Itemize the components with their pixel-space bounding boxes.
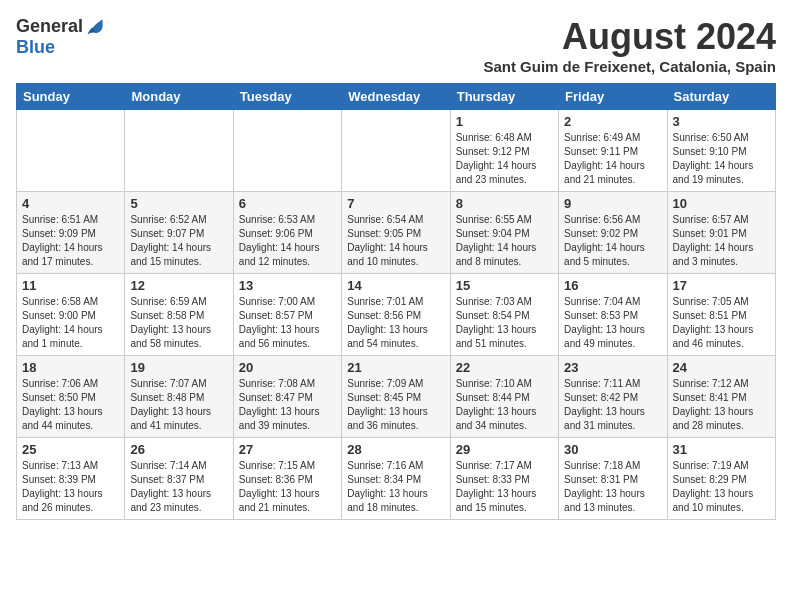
header: General Blue August 2024 Sant Guim de Fr… bbox=[16, 16, 776, 75]
day-number: 13 bbox=[239, 278, 336, 293]
header-saturday: Saturday bbox=[667, 84, 775, 110]
day-number: 24 bbox=[673, 360, 770, 375]
day-info: Sunrise: 7:04 AM Sunset: 8:53 PM Dayligh… bbox=[564, 295, 661, 351]
logo-bird-icon bbox=[85, 17, 105, 37]
day-info: Sunrise: 7:07 AM Sunset: 8:48 PM Dayligh… bbox=[130, 377, 227, 433]
day-number: 12 bbox=[130, 278, 227, 293]
day-info: Sunrise: 6:54 AM Sunset: 9:05 PM Dayligh… bbox=[347, 213, 444, 269]
table-cell: 29Sunrise: 7:17 AM Sunset: 8:33 PM Dayli… bbox=[450, 438, 558, 520]
table-cell: 21Sunrise: 7:09 AM Sunset: 8:45 PM Dayli… bbox=[342, 356, 450, 438]
title-section: August 2024 Sant Guim de Freixenet, Cata… bbox=[483, 16, 776, 75]
table-cell: 31Sunrise: 7:19 AM Sunset: 8:29 PM Dayli… bbox=[667, 438, 775, 520]
day-number: 10 bbox=[673, 196, 770, 211]
day-info: Sunrise: 7:03 AM Sunset: 8:54 PM Dayligh… bbox=[456, 295, 553, 351]
table-cell: 16Sunrise: 7:04 AM Sunset: 8:53 PM Dayli… bbox=[559, 274, 667, 356]
header-sunday: Sunday bbox=[17, 84, 125, 110]
calendar-week-1: 1Sunrise: 6:48 AM Sunset: 9:12 PM Daylig… bbox=[17, 110, 776, 192]
table-cell: 17Sunrise: 7:05 AM Sunset: 8:51 PM Dayli… bbox=[667, 274, 775, 356]
day-number: 14 bbox=[347, 278, 444, 293]
header-tuesday: Tuesday bbox=[233, 84, 341, 110]
logo-general-text: General bbox=[16, 16, 83, 37]
table-cell: 22Sunrise: 7:10 AM Sunset: 8:44 PM Dayli… bbox=[450, 356, 558, 438]
logo-blue-text: Blue bbox=[16, 37, 55, 58]
day-info: Sunrise: 7:12 AM Sunset: 8:41 PM Dayligh… bbox=[673, 377, 770, 433]
table-cell: 19Sunrise: 7:07 AM Sunset: 8:48 PM Dayli… bbox=[125, 356, 233, 438]
table-cell: 13Sunrise: 7:00 AM Sunset: 8:57 PM Dayli… bbox=[233, 274, 341, 356]
calendar-week-4: 18Sunrise: 7:06 AM Sunset: 8:50 PM Dayli… bbox=[17, 356, 776, 438]
day-info: Sunrise: 6:51 AM Sunset: 9:09 PM Dayligh… bbox=[22, 213, 119, 269]
calendar-week-3: 11Sunrise: 6:58 AM Sunset: 9:00 PM Dayli… bbox=[17, 274, 776, 356]
table-cell: 12Sunrise: 6:59 AM Sunset: 8:58 PM Dayli… bbox=[125, 274, 233, 356]
logo: General Blue bbox=[16, 16, 105, 58]
day-number: 15 bbox=[456, 278, 553, 293]
table-cell bbox=[125, 110, 233, 192]
day-info: Sunrise: 6:55 AM Sunset: 9:04 PM Dayligh… bbox=[456, 213, 553, 269]
day-info: Sunrise: 7:09 AM Sunset: 8:45 PM Dayligh… bbox=[347, 377, 444, 433]
day-info: Sunrise: 6:56 AM Sunset: 9:02 PM Dayligh… bbox=[564, 213, 661, 269]
day-info: Sunrise: 6:57 AM Sunset: 9:01 PM Dayligh… bbox=[673, 213, 770, 269]
day-info: Sunrise: 7:06 AM Sunset: 8:50 PM Dayligh… bbox=[22, 377, 119, 433]
header-thursday: Thursday bbox=[450, 84, 558, 110]
table-cell: 23Sunrise: 7:11 AM Sunset: 8:42 PM Dayli… bbox=[559, 356, 667, 438]
day-number: 28 bbox=[347, 442, 444, 457]
header-friday: Friday bbox=[559, 84, 667, 110]
calendar-week-2: 4Sunrise: 6:51 AM Sunset: 9:09 PM Daylig… bbox=[17, 192, 776, 274]
table-cell: 28Sunrise: 7:16 AM Sunset: 8:34 PM Dayli… bbox=[342, 438, 450, 520]
table-cell: 2Sunrise: 6:49 AM Sunset: 9:11 PM Daylig… bbox=[559, 110, 667, 192]
day-number: 25 bbox=[22, 442, 119, 457]
table-cell: 11Sunrise: 6:58 AM Sunset: 9:00 PM Dayli… bbox=[17, 274, 125, 356]
main-title: August 2024 bbox=[483, 16, 776, 58]
day-info: Sunrise: 7:13 AM Sunset: 8:39 PM Dayligh… bbox=[22, 459, 119, 515]
table-cell: 27Sunrise: 7:15 AM Sunset: 8:36 PM Dayli… bbox=[233, 438, 341, 520]
day-info: Sunrise: 6:49 AM Sunset: 9:11 PM Dayligh… bbox=[564, 131, 661, 187]
table-cell: 4Sunrise: 6:51 AM Sunset: 9:09 PM Daylig… bbox=[17, 192, 125, 274]
table-cell: 20Sunrise: 7:08 AM Sunset: 8:47 PM Dayli… bbox=[233, 356, 341, 438]
day-info: Sunrise: 7:00 AM Sunset: 8:57 PM Dayligh… bbox=[239, 295, 336, 351]
day-number: 6 bbox=[239, 196, 336, 211]
day-info: Sunrise: 7:17 AM Sunset: 8:33 PM Dayligh… bbox=[456, 459, 553, 515]
day-number: 9 bbox=[564, 196, 661, 211]
day-number: 4 bbox=[22, 196, 119, 211]
day-info: Sunrise: 7:16 AM Sunset: 8:34 PM Dayligh… bbox=[347, 459, 444, 515]
day-number: 19 bbox=[130, 360, 227, 375]
day-info: Sunrise: 7:18 AM Sunset: 8:31 PM Dayligh… bbox=[564, 459, 661, 515]
day-info: Sunrise: 7:05 AM Sunset: 8:51 PM Dayligh… bbox=[673, 295, 770, 351]
table-cell: 26Sunrise: 7:14 AM Sunset: 8:37 PM Dayli… bbox=[125, 438, 233, 520]
day-number: 23 bbox=[564, 360, 661, 375]
calendar-week-5: 25Sunrise: 7:13 AM Sunset: 8:39 PM Dayli… bbox=[17, 438, 776, 520]
table-cell bbox=[233, 110, 341, 192]
day-info: Sunrise: 6:59 AM Sunset: 8:58 PM Dayligh… bbox=[130, 295, 227, 351]
day-info: Sunrise: 6:50 AM Sunset: 9:10 PM Dayligh… bbox=[673, 131, 770, 187]
day-info: Sunrise: 7:01 AM Sunset: 8:56 PM Dayligh… bbox=[347, 295, 444, 351]
day-number: 31 bbox=[673, 442, 770, 457]
day-number: 7 bbox=[347, 196, 444, 211]
day-number: 17 bbox=[673, 278, 770, 293]
day-info: Sunrise: 7:08 AM Sunset: 8:47 PM Dayligh… bbox=[239, 377, 336, 433]
table-cell: 14Sunrise: 7:01 AM Sunset: 8:56 PM Dayli… bbox=[342, 274, 450, 356]
day-number: 22 bbox=[456, 360, 553, 375]
day-number: 1 bbox=[456, 114, 553, 129]
day-number: 3 bbox=[673, 114, 770, 129]
day-number: 29 bbox=[456, 442, 553, 457]
day-info: Sunrise: 6:48 AM Sunset: 9:12 PM Dayligh… bbox=[456, 131, 553, 187]
day-info: Sunrise: 7:10 AM Sunset: 8:44 PM Dayligh… bbox=[456, 377, 553, 433]
day-number: 26 bbox=[130, 442, 227, 457]
day-number: 11 bbox=[22, 278, 119, 293]
day-number: 2 bbox=[564, 114, 661, 129]
day-info: Sunrise: 7:19 AM Sunset: 8:29 PM Dayligh… bbox=[673, 459, 770, 515]
day-info: Sunrise: 6:52 AM Sunset: 9:07 PM Dayligh… bbox=[130, 213, 227, 269]
table-cell: 8Sunrise: 6:55 AM Sunset: 9:04 PM Daylig… bbox=[450, 192, 558, 274]
table-cell: 5Sunrise: 6:52 AM Sunset: 9:07 PM Daylig… bbox=[125, 192, 233, 274]
day-number: 30 bbox=[564, 442, 661, 457]
day-info: Sunrise: 7:11 AM Sunset: 8:42 PM Dayligh… bbox=[564, 377, 661, 433]
day-number: 27 bbox=[239, 442, 336, 457]
day-info: Sunrise: 6:53 AM Sunset: 9:06 PM Dayligh… bbox=[239, 213, 336, 269]
header-monday: Monday bbox=[125, 84, 233, 110]
table-cell: 15Sunrise: 7:03 AM Sunset: 8:54 PM Dayli… bbox=[450, 274, 558, 356]
table-cell: 9Sunrise: 6:56 AM Sunset: 9:02 PM Daylig… bbox=[559, 192, 667, 274]
table-cell: 30Sunrise: 7:18 AM Sunset: 8:31 PM Dayli… bbox=[559, 438, 667, 520]
table-cell: 1Sunrise: 6:48 AM Sunset: 9:12 PM Daylig… bbox=[450, 110, 558, 192]
table-cell: 6Sunrise: 6:53 AM Sunset: 9:06 PM Daylig… bbox=[233, 192, 341, 274]
page-container: General Blue August 2024 Sant Guim de Fr… bbox=[16, 16, 776, 520]
calendar-header-row: Sunday Monday Tuesday Wednesday Thursday… bbox=[17, 84, 776, 110]
